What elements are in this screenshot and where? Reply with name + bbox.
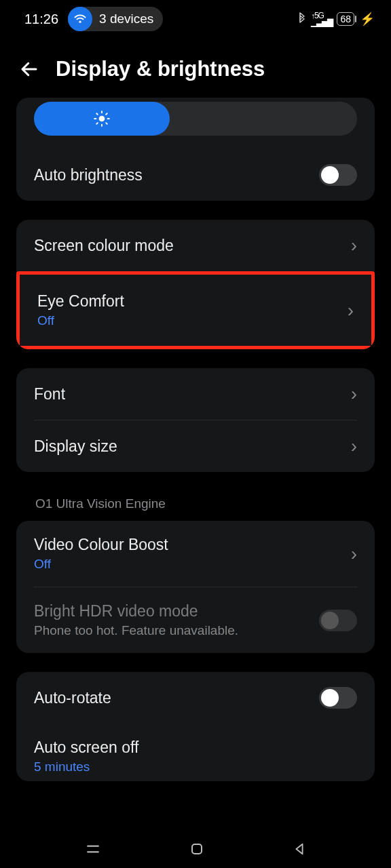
row-label: Auto-rotate (34, 689, 319, 707)
row-label: Screen colour mode (34, 237, 351, 255)
app-header: Display & brightness (0, 38, 391, 98)
chevron-right-icon: › (351, 235, 357, 256)
auto-rotate-toggle[interactable] (319, 687, 357, 709)
row-sub: Phone too hot. Feature unavailable. (34, 623, 319, 638)
font-row[interactable]: Font › (16, 368, 375, 420)
bluetooth-icon (297, 12, 307, 26)
font-card: Font › Display size › (16, 368, 375, 472)
auto-rotate-row[interactable]: Auto-rotate (16, 672, 375, 724)
auto-brightness-label: Auto brightness (34, 166, 319, 184)
svg-rect-12 (192, 844, 202, 854)
rotate-card: Auto-rotate Auto screen off 5 minutes (16, 672, 375, 781)
row-label: Bright HDR video mode (34, 602, 319, 620)
svg-line-8 (96, 123, 98, 124)
battery-indicator: 68 (337, 12, 354, 26)
chevron-right-icon: › (351, 543, 357, 565)
back-nav-button[interactable] (292, 842, 307, 856)
row-label: Video Colour Boost (34, 536, 351, 554)
status-bar: 11:26 3 devices ↑5G▁▃▅▇ 68 ⚡ (0, 0, 391, 38)
navigation-bar (0, 830, 391, 868)
home-button[interactable] (189, 841, 205, 857)
network-indicator: ↑5G▁▃▅▇ (311, 12, 333, 26)
brightness-card: Auto brightness (16, 98, 375, 201)
eye-comfort-row[interactable]: Eye Comfort Off › (16, 271, 375, 349)
chevron-right-icon: › (351, 383, 357, 405)
vision-card: Video Colour Boost Off › Bright HDR vide… (16, 521, 375, 653)
svg-point-1 (99, 116, 105, 122)
colour-card: Screen colour mode › Eye Comfort Off › (16, 220, 375, 349)
row-sub: Off (37, 313, 348, 328)
svg-point-0 (79, 21, 81, 23)
section-header-vision: O1 Ultra Vision Engine (16, 491, 375, 521)
back-button[interactable] (19, 59, 39, 79)
recent-apps-button[interactable] (84, 840, 102, 858)
svg-line-7 (106, 123, 107, 124)
auto-screen-off-row[interactable]: Auto screen off 5 minutes (16, 724, 375, 781)
row-sub: 5 minutes (34, 760, 357, 774)
svg-line-9 (106, 113, 107, 115)
brightness-slider[interactable] (34, 102, 357, 136)
charging-icon: ⚡ (360, 12, 375, 26)
status-time: 11:26 (24, 12, 58, 27)
auto-brightness-toggle[interactable] (319, 164, 357, 186)
bright-hdr-toggle (319, 610, 357, 631)
row-label: Eye Comfort (37, 292, 348, 311)
auto-brightness-row[interactable]: Auto brightness (16, 149, 375, 201)
screen-colour-mode-row[interactable]: Screen colour mode › (16, 220, 375, 271)
sun-icon (93, 110, 111, 127)
chevron-right-icon: › (348, 300, 354, 321)
row-label: Display size (34, 437, 351, 456)
devices-pill[interactable]: 3 devices (68, 7, 163, 31)
display-size-row[interactable]: Display size › (16, 420, 375, 472)
svg-line-6 (96, 113, 98, 115)
wifi-icon (68, 7, 92, 31)
row-sub: Off (34, 557, 351, 572)
video-colour-boost-row[interactable]: Video Colour Boost Off › (16, 521, 375, 587)
devices-label: 3 devices (99, 12, 153, 26)
row-label: Auto screen off (34, 738, 357, 757)
page-title: Display & brightness (56, 57, 265, 81)
row-label: Font (34, 385, 351, 403)
bright-hdr-row: Bright HDR video mode Phone too hot. Fea… (16, 587, 375, 653)
chevron-right-icon: › (351, 435, 357, 457)
